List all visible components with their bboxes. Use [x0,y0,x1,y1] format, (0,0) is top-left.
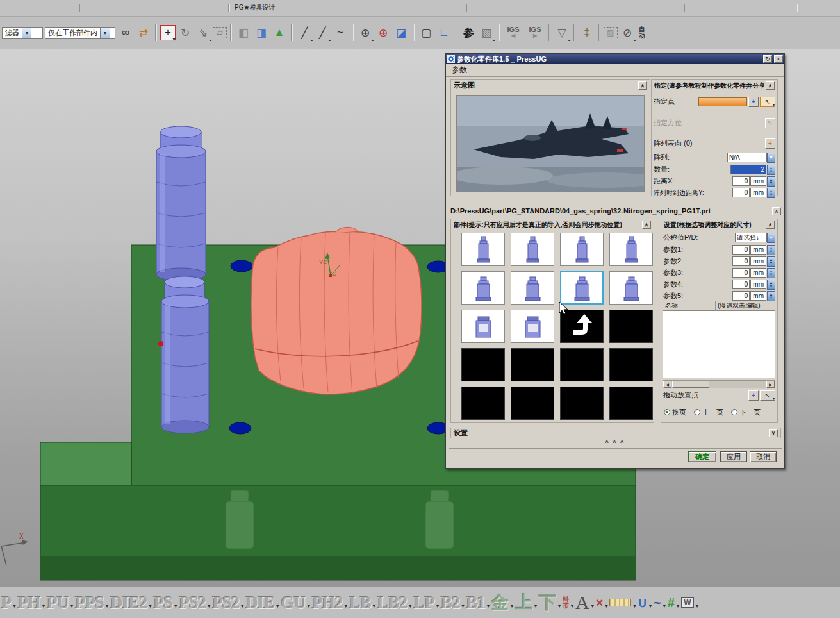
scroll-right-icon[interactable]: ▶ [766,381,775,388]
dropdown-arrow-icon[interactable]: ▾ [571,603,573,614]
stamp-lb2[interactable]: LB2 [377,593,408,613]
section-settings-collapsed[interactable]: 设置 ∨ [450,428,781,438]
spinner[interactable]: ▲▼ [767,280,775,290]
cancel-button[interactable]: 取消 [750,451,777,462]
dropdown-arrow-icon[interactable]: ▾ [208,603,210,614]
curve-hook-icon[interactable]: ~ [332,24,349,41]
part-thumbnail-empty[interactable] [560,387,604,420]
part-thumbnail[interactable] [461,233,505,266]
stamp-die[interactable]: DIE [245,593,274,613]
dropdown-arrow-icon[interactable]: ▾ [677,603,679,614]
unit-dropdown[interactable]: mm [750,291,766,301]
array-dropdown-value[interactable]: N/A [727,153,767,162]
menu-parameters[interactable]: 参数 [452,65,467,76]
line-point-icon[interactable]: ╱▼ [314,24,331,41]
restore-button[interactable]: ↻ [763,55,772,63]
dropdown-arrow-icon[interactable]: ▾ [308,603,310,614]
datum-csys-icon[interactable]: ⊕ [375,24,391,41]
shaded-cube-icon[interactable]: ◨ [253,24,270,41]
selection-scope-combo[interactable]: 仅在工作部件内 ▼ [45,27,115,39]
drag-point-constructor-button[interactable]: + [748,390,759,401]
fit-view-icon[interactable]: ▢ [418,24,434,41]
point-constructor-button[interactable]: + [748,97,759,107]
part-thumbnail-empty[interactable] [609,387,653,420]
dropdown-arrow-icon[interactable]: ▾ [106,603,108,614]
collapse-up-icon[interactable]: ∧ [772,207,781,215]
stamp-ps2[interactable]: PS2 [179,593,206,613]
dropdown-arrow-icon[interactable]: ▼ [370,38,375,41]
dropdown-arrow-icon[interactable]: ▾ [696,603,698,614]
part-thumbnail-empty[interactable] [461,348,505,381]
unit-dropdown[interactable]: mm [750,188,766,197]
unit-dropdown[interactable]: mm [750,176,766,186]
radio-option[interactable]: 下一页 [731,408,761,417]
stamp-lp[interactable]: LP [413,593,434,613]
part-thumbnail[interactable] [511,310,554,343]
dropdown-arrow-icon[interactable]: ▾ [436,603,439,614]
quantity-field[interactable]: 2 [730,165,766,174]
param-value-field[interactable]: 0 [732,280,750,289]
quantity-spinner[interactable]: ▲▼ [767,165,775,175]
nominal-dropdown-value[interactable]: 请选择↓ [735,233,767,242]
drag-point-icon[interactable]: ⇘▼ [195,24,211,41]
dropdown-arrow-icon[interactable]: ▾ [591,603,594,614]
dropdown-arrow-icon[interactable]: ▾ [633,603,636,614]
stamp-die2[interactable]: DIE2 [110,593,147,613]
dropdown-arrow-icon[interactable]: ▾ [373,603,375,614]
specify-point-field[interactable] [698,97,747,106]
collapse-up-icon[interactable]: ∧ [638,81,647,90]
radio-circle-icon[interactable] [664,409,670,415]
toolbar-grip[interactable] [79,4,81,12]
dropdown-arrow-icon[interactable]: ▾ [276,603,279,614]
dropdown-arrow-icon[interactable]: ▼ [567,38,572,41]
part-thumbnail[interactable] [511,233,554,266]
collapse-up-icon[interactable]: ∧ [642,221,651,229]
line-icon[interactable]: ╱▼ [296,24,313,41]
stamp-p[interactable]: P [1,593,12,613]
section-cut-icon[interactable]: ◪ [393,24,409,41]
toolbar-grip[interactable] [228,4,230,12]
part-thumbnail[interactable] [560,271,604,305]
dropdown-arrow-icon[interactable]: ▾ [663,603,666,614]
scrollbar-thumb[interactable] [672,381,709,388]
collapse-down-icon[interactable]: ∨ [769,429,778,437]
mesh-icon[interactable]: # [668,596,675,610]
dialog-collapse-handle[interactable]: ^ ^ ^ [446,439,784,446]
radio-selected[interactable]: 换页 [664,408,686,417]
stamp-pu[interactable]: PU [47,593,69,613]
point-select-button[interactable]: ↖ ▾ [760,97,775,107]
name-table-body[interactable] [663,311,775,378]
selection-filter-combo[interactable]: 滤器 ▼ [2,27,43,39]
toolbar-grip[interactable] [684,4,686,12]
chevron-down-icon[interactable]: ▼ [100,28,110,38]
drag-point-select-button[interactable]: ↖ ▾ [760,390,775,401]
radio-circle-icon[interactable] [731,409,737,415]
scroll-left-icon[interactable]: ◀ [663,381,671,388]
param-value-field[interactable]: 0 [732,268,750,278]
part-thumbnail-empty[interactable] [609,348,653,381]
rotate-point-icon[interactable]: ↻ [177,24,194,41]
dialog-titlebar[interactable]: 参数化零件库1.5 _ PressUG ↻ × [446,54,784,64]
stamp-shang[interactable]: 上 [515,591,532,614]
collapse-up-icon[interactable]: ∧ [766,221,775,229]
auto-label[interactable]: 自动 [637,24,647,41]
ruler-icon[interactable] [609,599,631,606]
unit-dropdown[interactable]: mm [750,245,766,255]
chevron-down-icon[interactable]: ▼ [22,28,31,38]
array-surface-select-button[interactable]: + [765,138,775,149]
dropdown-arrow-icon[interactable]: ▼ [208,38,213,41]
part-thumbnail[interactable] [461,310,505,343]
doc-w-icon[interactable]: W [681,597,694,608]
part-thumbnail[interactable] [461,271,505,305]
spinner[interactable]: ▲▼ [767,268,775,278]
dropdown-arrow-icon[interactable]: ▾ [605,603,607,614]
param-value-field[interactable]: 0 [732,245,750,255]
triad-icon[interactable]: ▲ [271,24,288,41]
wireframe-cube-icon[interactable]: ◧ [235,24,252,41]
spinner[interactable]: ▲▼ [767,245,775,255]
label-liaodai[interactable]: 料带 [563,596,569,609]
stamp-ph[interactable]: PH [18,593,41,613]
corner-snap-icon[interactable]: ∟ [436,24,452,41]
column-name[interactable]: 名称 [663,301,716,310]
extract-cube-icon[interactable]: ▧▼ [478,24,495,41]
